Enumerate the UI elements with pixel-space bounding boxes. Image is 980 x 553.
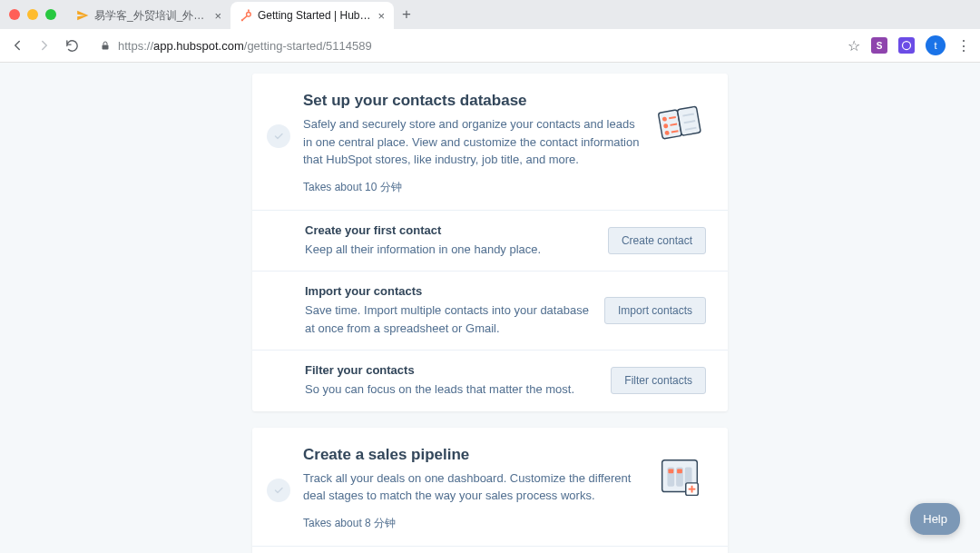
extension-icon-2[interactable] <box>898 37 915 54</box>
browser-tab-2[interactable]: Getting Started | HubSpot × <box>230 2 394 29</box>
filter-contacts-button[interactable]: Filter contacts <box>611 367 706 394</box>
window-close-button[interactable] <box>9 9 20 20</box>
card-title: Set up your contacts database <box>303 92 641 110</box>
page-viewport: Set up your contacts database Safely and… <box>0 63 980 553</box>
svg-point-0 <box>247 13 251 17</box>
card-description: Track all your deals on one dashboard. C… <box>303 469 641 505</box>
back-button[interactable] <box>9 37 25 54</box>
star-icon[interactable]: ☆ <box>848 37 860 54</box>
hubspot-icon <box>240 9 252 22</box>
browser-chrome: 易学客_外贸培训_外贸业务培训 × Getting Started | HubS… <box>0 0 980 63</box>
card-header: Create a sales pipeline Track all your d… <box>252 428 728 546</box>
task-row-create-contact: Create your first contact Keep all their… <box>252 210 728 272</box>
svg-rect-22 <box>668 469 673 473</box>
url-text: https://app.hubspot.com/getting-started/… <box>118 39 372 53</box>
card-time-estimate: Takes about 10 分钟 <box>303 180 641 195</box>
svg-point-4 <box>248 9 250 11</box>
pipeline-illustration-icon <box>653 453 706 504</box>
task-title: Create your first contact <box>305 223 593 237</box>
task-title: Filter your contacts <box>305 363 596 377</box>
card-header: Set up your contacts database Safely and… <box>252 74 728 210</box>
svg-point-6 <box>903 42 911 50</box>
checkmark-icon <box>267 479 290 502</box>
extension-icon-s[interactable]: S <box>871 37 887 54</box>
svg-line-10 <box>669 117 676 118</box>
task-row-learn-deal: Learn: When should I create a deal? When… <box>252 546 728 554</box>
content-column: Set up your contacts database Safely and… <box>252 63 728 553</box>
new-tab-button[interactable]: + <box>394 5 419 24</box>
svg-line-14 <box>671 131 679 132</box>
checkmark-icon <box>267 124 290 148</box>
reload-button[interactable] <box>64 37 80 54</box>
task-subtitle: So you can focus on the leads that matte… <box>305 380 596 399</box>
help-button[interactable]: Help <box>910 503 960 535</box>
svg-line-12 <box>671 124 678 125</box>
lock-icon <box>100 40 111 51</box>
tab-title: 易学客_外贸培训_外贸业务培训 <box>94 8 209 24</box>
card-time-estimate: Takes about 8 分钟 <box>303 516 641 531</box>
profile-avatar[interactable]: t <box>926 35 946 55</box>
menu-icon[interactable]: ⋮ <box>956 37 971 54</box>
tab-strip: 易学客_外贸培训_外贸业务培训 × Getting Started | HubS… <box>0 0 980 29</box>
window-minimize-button[interactable] <box>27 9 38 20</box>
import-contacts-button[interactable]: Import contacts <box>604 297 706 324</box>
browser-tab-1[interactable]: 易学客_外贸培训_外贸业务培训 × <box>67 2 230 29</box>
paper-airplane-icon <box>76 9 89 22</box>
window-maximize-button[interactable] <box>45 9 56 20</box>
contacts-illustration-icon <box>653 99 706 150</box>
toolbar: https://app.hubspot.com/getting-started/… <box>0 29 980 62</box>
svg-rect-23 <box>677 469 682 473</box>
address-bar[interactable]: https://app.hubspot.com/getting-started/… <box>91 33 837 58</box>
tab-title: Getting Started | HubSpot <box>258 9 372 22</box>
close-icon[interactable]: × <box>214 9 221 23</box>
forward-button[interactable] <box>36 37 53 54</box>
create-contact-button[interactable]: Create contact <box>608 227 706 254</box>
task-row-import-contacts: Import your contacts Save time. Import m… <box>252 271 728 350</box>
card-title: Create a sales pipeline <box>303 446 641 464</box>
task-subtitle: Keep all their information in one handy … <box>305 241 593 259</box>
svg-line-1 <box>243 16 248 20</box>
traffic-lights <box>9 9 56 20</box>
task-row-filter-contacts: Filter your contacts So you can focus on… <box>252 350 728 411</box>
card-description: Safely and securely store and organize y… <box>303 115 641 169</box>
onboarding-card-contacts: Set up your contacts database Safely and… <box>252 74 728 411</box>
onboarding-card-pipeline: Create a sales pipeline Track all your d… <box>252 428 728 554</box>
svg-rect-5 <box>103 45 109 50</box>
close-icon[interactable]: × <box>377 9 385 23</box>
task-subtitle: Save time. Import multiple contacts into… <box>305 301 590 337</box>
task-title: Import your contacts <box>305 284 590 298</box>
svg-point-2 <box>241 19 243 21</box>
